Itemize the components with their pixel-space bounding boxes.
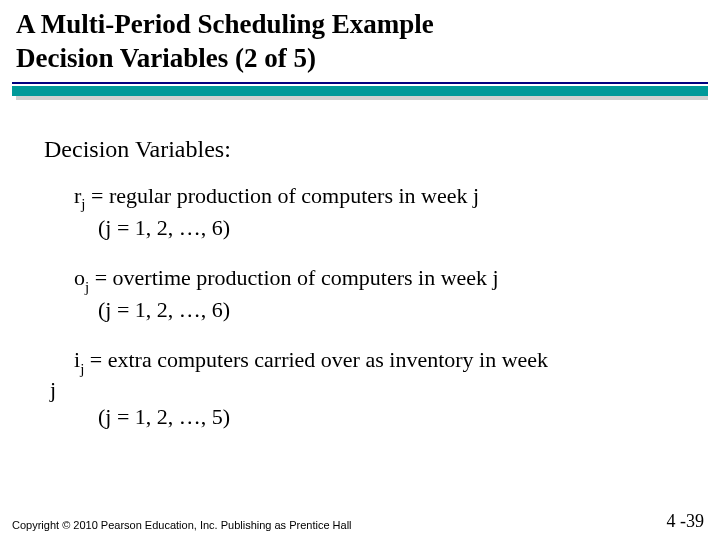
slide-content: Decision Variables: rj = regular product…	[0, 100, 720, 432]
slide-footer: Copyright © 2010 Pearson Education, Inc.…	[12, 519, 708, 532]
page-number: 4 -39	[667, 511, 705, 532]
var-o-symbol: o	[74, 265, 85, 290]
var-o-range: (j = 1, 2, …, 6)	[98, 295, 680, 325]
thick-rule	[12, 86, 708, 96]
variable-r: rj = regular production of computers in …	[74, 181, 680, 243]
variable-r-def: rj = regular production of computers in …	[74, 181, 680, 214]
thin-rule	[12, 82, 708, 84]
title-underline	[0, 76, 720, 100]
title-line-1: A Multi-Period Scheduling Example	[16, 8, 704, 42]
copyright-text: Copyright © 2010 Pearson Education, Inc.…	[12, 519, 352, 532]
var-i-subscript: j	[80, 361, 84, 377]
variable-i: ij = extra computers carried over as inv…	[74, 345, 680, 431]
var-o-subscript: j	[85, 279, 89, 295]
var-r-subscript: j	[81, 196, 85, 212]
var-r-range: (j = 1, 2, …, 6)	[98, 213, 680, 243]
var-r-desc: = regular production of computers in wee…	[85, 183, 479, 208]
title-line-2: Decision Variables (2 of 5)	[16, 42, 704, 76]
variable-i-def: ij = extra computers carried over as inv…	[74, 345, 680, 378]
var-i-range: (j = 1, 2, …, 5)	[98, 402, 680, 432]
variable-o: oj = overtime production of computers in…	[74, 263, 680, 325]
variable-o-def: oj = overtime production of computers in…	[74, 263, 680, 296]
var-i-desc: = extra computers carried over as invent…	[84, 347, 548, 372]
var-i-trail: j	[50, 375, 56, 405]
slide-title-block: A Multi-Period Scheduling Example Decisi…	[0, 0, 720, 76]
section-heading: Decision Variables:	[44, 136, 680, 163]
var-o-desc: = overtime production of computers in we…	[89, 265, 499, 290]
